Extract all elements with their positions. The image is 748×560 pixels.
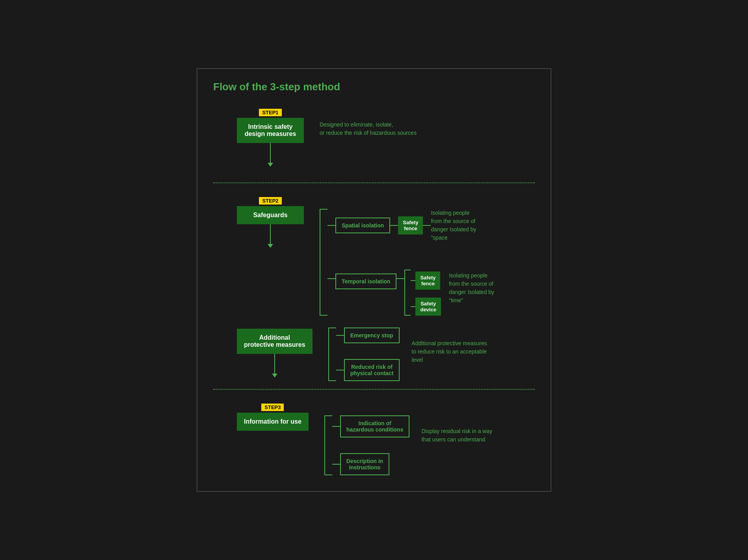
step3-branch-container: Emergency stop Reduced risk of physical … <box>328 327 487 381</box>
indication-row: Indication of hazardous conditions <box>332 415 410 437</box>
description-box: Description in instructions <box>340 453 389 475</box>
step1-left: STEP1 Intrinsic safety design measures <box>237 109 304 167</box>
step3-arrow <box>272 374 277 378</box>
safety-fence-1-box: Safety fence <box>398 216 423 234</box>
step4-box: Information for use <box>237 413 309 431</box>
step3-branches: Emergency stop Reduced risk of physical … <box>328 320 487 381</box>
temporal-sub-items: Safety fence Safety device <box>411 270 441 316</box>
emergency-stop-box: Emergency stop <box>344 327 400 343</box>
step2-bracket <box>320 209 327 316</box>
step3-vline <box>274 354 275 374</box>
step1-vline <box>270 143 271 163</box>
h-connector-6 <box>411 280 415 281</box>
step1-section: STEP1 Intrinsic safety design measures D… <box>213 105 535 175</box>
description-row: Description in instructions <box>332 453 410 475</box>
step1-arrow <box>268 163 273 167</box>
step2-left: STEP2 Safeguards <box>237 197 304 248</box>
step2-box: Safeguards <box>237 206 304 224</box>
h-connector-11 <box>332 464 340 465</box>
h-connector-10 <box>332 426 340 427</box>
h-connector-3 <box>423 225 431 226</box>
step3-desc: Additional protective measures to reduce… <box>411 327 487 381</box>
h-connector-1 <box>327 225 335 226</box>
step4-branches: Indication of hazardous conditions Descr… <box>324 404 492 475</box>
step2-arrow <box>268 244 273 248</box>
h-connector-4 <box>327 278 335 279</box>
spatial-isolation-box: Spatial isolation <box>335 218 390 233</box>
step3-bracket <box>328 327 336 381</box>
step2-badge: STEP2 <box>259 197 281 205</box>
step2-branches: Spatial isolation Safety fence Isolating… <box>320 197 494 316</box>
step1-description: Designed to eliminate, isolate, or reduc… <box>320 121 417 137</box>
h-connector-2 <box>390 225 398 226</box>
reduced-risk-row: Reduced risk of physical contact <box>336 359 400 381</box>
step3-description: Additional protective measures to reduce… <box>411 339 487 364</box>
step4-section: STEP3 Information for use Indication of … <box>213 398 535 475</box>
step2-branch-container: Spatial isolation Safety fence Isolating… <box>320 209 494 316</box>
safety-fence-2-row: Safety fence <box>411 272 441 290</box>
reduced-risk-box: Reduced risk of physical contact <box>344 359 400 381</box>
temporal-description: Isolating people from the source of dang… <box>449 272 494 305</box>
step3-section: STEP Additional protective measures Emer… <box>213 316 535 381</box>
separator1 <box>213 182 535 183</box>
step2-branch-rows: Spatial isolation Safety fence Isolating… <box>327 209 494 316</box>
spatial-desc: Isolating people from the source of dang… <box>431 209 476 242</box>
h-connector-5 <box>396 278 404 279</box>
step1-box: Intrinsic safety design measures <box>237 118 304 143</box>
indication-box: Indication of hazardous conditions <box>340 415 410 437</box>
h-connector-7 <box>411 306 415 307</box>
step4-branch-container: Indication of hazardous conditions Descr… <box>324 415 492 475</box>
safety-fence-2-box: Safety fence <box>415 272 440 290</box>
step4-bracket <box>324 415 332 475</box>
step3-box: Additional protective measures <box>237 329 313 354</box>
step4-description: Display residual risk in a way that user… <box>421 427 492 444</box>
step4-desc: Display residual risk in a way that user… <box>421 415 492 475</box>
emergency-stop-row: Emergency stop <box>336 327 400 343</box>
separator2 <box>213 389 535 390</box>
temporal-bracket <box>404 270 411 316</box>
safety-device-row: Safety device <box>411 298 441 316</box>
step1-desc: Designed to eliminate, isolate, or reduc… <box>320 109 417 137</box>
step4-left: STEP3 Information for use <box>237 404 309 431</box>
diagram-container: Flow of the 3-step method STEP1 Intrinsi… <box>197 68 551 492</box>
temporal-desc: Isolating people from the source of dang… <box>449 270 494 316</box>
step3-branch-rows: Emergency stop Reduced risk of physical … <box>336 327 400 381</box>
step3-left: STEP Additional protective measures <box>237 320 313 378</box>
step4-branch-rows: Indication of hazardous conditions Descr… <box>332 415 410 475</box>
step1-badge: STEP1 <box>259 109 281 116</box>
step2-section: STEP2 Safeguards S <box>213 191 535 316</box>
h-connector-9 <box>336 370 344 370</box>
h-connector-8 <box>336 335 344 336</box>
spatial-isolation-row: Spatial isolation Safety fence Isolating… <box>327 209 494 242</box>
safety-device-box: Safety device <box>415 298 441 316</box>
temporal-isolation-row: Temporal isolation Safety fe <box>327 266 494 316</box>
temporal-isolation-box: Temporal isolation <box>335 273 396 289</box>
step2-vline <box>270 224 271 244</box>
step4-badge: STEP3 <box>261 404 284 411</box>
main-title: Flow of the 3-step method <box>213 81 535 93</box>
temporal-sub-branches: Safety fence Safety device Isolating peo… <box>404 270 494 316</box>
